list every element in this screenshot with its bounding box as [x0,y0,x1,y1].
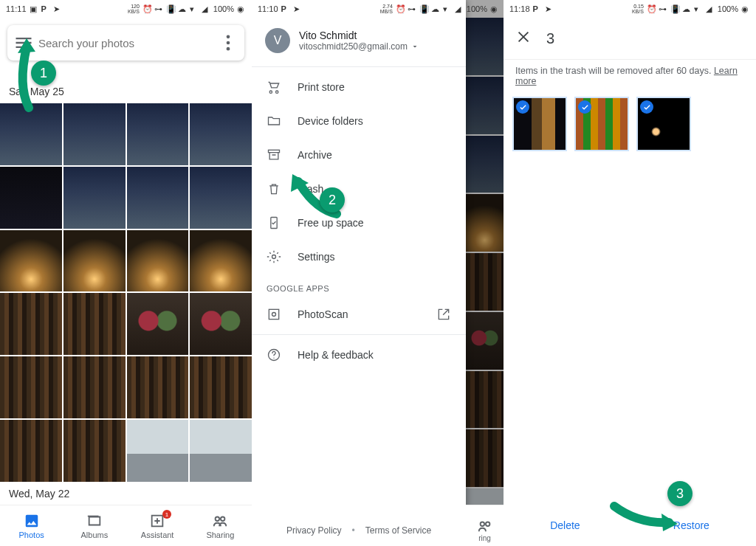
svg-point-13 [485,522,489,526]
nav-label: Sharing [206,531,234,539]
photo-thumb[interactable] [190,420,252,482]
photo-thumb[interactable] [127,420,189,482]
status-time: 11:10 [258,4,278,13]
search-bar[interactable] [7,25,244,61]
nav-photos[interactable]: Photos [0,505,63,546]
search-input[interactable] [34,37,218,49]
photo-thumb[interactable] [190,293,252,355]
divider [252,334,466,335]
trash-thumb[interactable] [574,97,629,151]
photo-thumb[interactable] [63,420,126,482]
photo-thumb[interactable] [0,230,62,292]
photo-thumb[interactable] [63,356,126,418]
trash-toolbar: 3 [504,18,756,59]
photo-thumb[interactable] [0,356,62,418]
help-icon [267,348,281,362]
check-icon [581,103,589,111]
sharing-icon [212,513,228,529]
photo-thumb[interactable] [127,356,189,418]
nav-albums[interactable]: Albums [63,505,126,546]
trash-thumb[interactable] [512,97,567,151]
restore-button[interactable]: Restore [673,519,709,531]
drawer-print-store[interactable]: Print store [252,70,466,104]
trash-thumbnails [504,97,756,151]
selected-check [640,100,653,114]
trash-thumb[interactable] [636,97,691,151]
photo-thumb[interactable] [0,420,62,482]
drawer-trash[interactable]: Trash [252,172,466,206]
photo-thumb[interactable] [63,230,126,292]
search-bar-wrap [0,18,252,65]
photo-thumb[interactable] [190,103,252,165]
photo-thumb[interactable] [63,167,126,229]
drawer-settings[interactable]: Settings [252,240,466,274]
status-bar: 11:10 P ➤ 2.74MB/S ⏰ ⊶ 📳 ☁ ▾ ◢ 100% ◉ [252,0,466,18]
svg-point-1 [227,41,230,45]
photo-thumb[interactable] [190,167,252,229]
wifi-icon: ▾ [190,4,199,13]
albums-icon [86,513,103,529]
screen-photos-main: 11:11 ▣ P ➤ 120KB/S ⏰ ⊶ 📳 ☁ ▾ ◢ 100% ◉ [0,0,252,546]
drawer-label: Device folders [298,115,363,127]
hamburger-menu-button[interactable] [13,32,34,53]
trash-icon [267,182,281,196]
status-time: 11:18 [509,4,530,13]
data-rate: 2.74MB/S [380,4,393,14]
chevron-down-icon [410,42,419,51]
account-header[interactable]: V Vito Schmidt vitoschmidt250@gmail.com [252,18,466,63]
annotation-badge-3: 3 [667,481,693,506]
status-time: 11:11 [6,4,27,13]
p-icon: P [281,4,290,13]
more-button[interactable] [218,32,238,53]
alarm-icon: ⏰ [647,4,656,13]
photo-thumb[interactable] [127,103,189,165]
date-header: Sat, May 25 [0,65,252,103]
svg-point-8 [272,255,276,259]
delete-button[interactable]: Delete [550,519,580,531]
photo-thumb[interactable] [127,167,189,229]
photo-thumb[interactable] [63,103,126,165]
drawer-device-folders[interactable]: Device folders [252,104,466,138]
wifi-icon: ▾ [694,4,703,13]
alarm-icon: ⏰ [142,4,151,13]
photo-thumb[interactable] [0,293,62,355]
drawer-photoscan[interactable]: PhotoScan [252,297,466,331]
drawer-help[interactable]: Help & feedback [252,338,466,372]
close-button[interactable] [515,29,532,48]
photo-grid [0,103,252,482]
drawer-free-up-space[interactable]: Free up space [252,206,466,240]
bottom-nav: Photos Albums 1 Assistant Sharing [0,505,252,546]
drawer-label: PhotoScan [298,308,348,320]
selected-check [578,100,591,114]
nav-sharing[interactable]: Sharing [189,505,252,546]
photo-thumb[interactable] [190,356,252,418]
p-icon: P [41,4,50,13]
photo-thumb[interactable] [0,167,62,229]
screen-trash: 11:18 P ➤ 0.15KB/S ⏰ ⊶ 📳 ☁ ▾ ◢ 100% ◉ 3 … [504,0,756,546]
p-icon: P [533,4,542,13]
drawer-archive[interactable]: Archive [252,138,466,172]
drawer-label: Trash [298,183,323,195]
photos-feed[interactable]: Sat, May 25 Wed, [0,18,252,505]
photo-thumb[interactable] [63,293,126,355]
cloud-icon: ☁ [682,4,691,13]
battery-icon: ◉ [237,4,246,13]
nav-assistant[interactable]: 1 Assistant [126,505,189,546]
photo-thumb[interactable] [0,103,62,165]
photo-thumb[interactable] [190,230,252,292]
tos-link[interactable]: Terms of Service [365,525,431,536]
nav-sharing-peek[interactable]: ring [466,505,504,546]
divider [252,66,466,67]
privacy-link[interactable]: Privacy Policy [286,525,342,536]
status-bar: 11:11 ▣ P ➤ 120KB/S ⏰ ⊶ 📳 ☁ ▾ ◢ 100% ◉ [0,0,252,18]
selection-count: 3 [546,30,554,47]
image-icon: ▣ [30,4,38,13]
drawer-label: Free up space [298,217,364,229]
svg-point-0 [227,35,230,39]
photo-thumb[interactable] [127,230,189,292]
key-icon: ⊶ [408,4,416,13]
photoscan-icon [267,307,281,322]
signal-icon: ◢ [706,4,715,13]
photo-thumb[interactable] [127,293,189,355]
cloud-icon: ☁ [178,4,187,13]
